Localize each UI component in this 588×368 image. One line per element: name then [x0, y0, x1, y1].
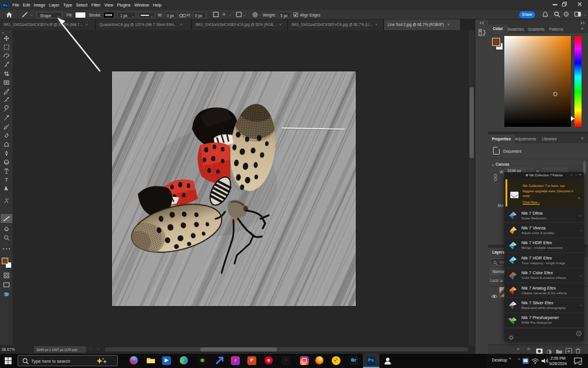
svg-text:T: T	[5, 177, 8, 183]
svg-text:1: 1	[579, 362, 581, 365]
